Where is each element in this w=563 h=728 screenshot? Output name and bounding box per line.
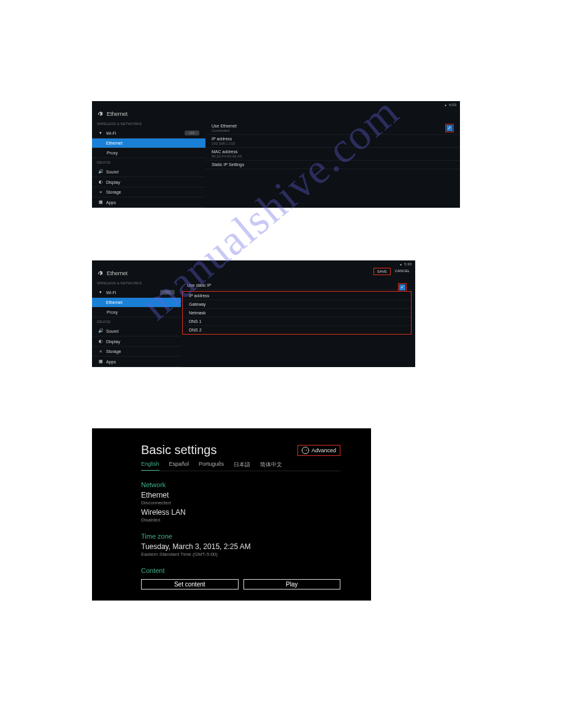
row-label: IP address xyxy=(212,137,454,141)
tab-espanol[interactable]: Español xyxy=(169,461,190,471)
wifi-toggle[interactable]: OFF xyxy=(160,290,175,295)
settings-panel-2: ▾ 5:30 SAVE CANCEL Ethernet WIRELESS & N… xyxy=(92,260,415,367)
row-label: DNS 1 xyxy=(189,319,405,324)
tab-chinese[interactable]: 简体中文 xyxy=(260,461,282,471)
row-label: Netmask xyxy=(189,311,405,315)
sidebar-item-display[interactable]: ◐Display xyxy=(92,336,181,347)
sidebar-label: Display xyxy=(106,180,120,184)
row-label: IP address xyxy=(189,294,405,298)
static-ip-row[interactable]: Static IP Settings xyxy=(205,161,460,169)
page-title: Ethernet xyxy=(107,270,128,276)
sidebar-label: Proxy xyxy=(107,151,118,155)
storage-icon: ≡ xyxy=(98,190,103,194)
save-button[interactable]: SAVE xyxy=(373,268,391,275)
tab-english[interactable]: English xyxy=(141,461,159,471)
mac-address-row: MAC address 00:22:F4:00:02:A5 xyxy=(205,148,460,161)
advanced-label: Advanced xyxy=(312,447,336,453)
set-content-button[interactable]: Set content xyxy=(141,579,239,590)
wifi-toggle[interactable]: OFF xyxy=(185,131,199,135)
ip-address-field[interactable]: IP address xyxy=(183,292,411,300)
main-content: ✓ Use Ethernet Connected IP address 192.… xyxy=(205,119,460,208)
use-static-ip-row[interactable]: ✓ Use static IP xyxy=(181,281,413,290)
storage-icon: ≡ xyxy=(98,349,103,354)
sidebar-section-wireless: WIRELESS & NETWORKS xyxy=(92,279,181,287)
brightness-icon: ◐ xyxy=(98,339,103,344)
timezone-section-header: Time zone xyxy=(141,533,340,540)
sidebar-item-ethernet[interactable]: Ethernet xyxy=(92,138,205,148)
entry-status: Disconnected xyxy=(141,500,340,506)
sidebar-label: Display xyxy=(106,339,120,344)
cancel-button[interactable]: CANCEL xyxy=(392,268,413,275)
wlan-entry[interactable]: Wireless LAN Disabled xyxy=(141,508,340,523)
gear-icon xyxy=(96,110,103,118)
gateway-field[interactable]: Gateway xyxy=(183,300,411,309)
network-section-header: Network xyxy=(141,481,340,488)
sidebar-label: Apps xyxy=(106,360,116,364)
ethernet-entry[interactable]: Ethernet Disconnected xyxy=(141,491,340,506)
sidebar-item-wifi[interactable]: ▾ Wi-Fi OFF xyxy=(92,128,205,138)
status-bar: ▾ 6:53 xyxy=(92,101,460,108)
sidebar-item-ethernet[interactable]: Ethernet xyxy=(92,298,181,308)
tab-portugues[interactable]: Português xyxy=(199,461,224,471)
wifi-status-icon: ▾ xyxy=(400,262,402,267)
save-cancel-bar: SAVE CANCEL xyxy=(373,268,413,275)
brightness-icon: ◐ xyxy=(98,180,103,184)
basic-settings-panel: Basic settings → Advanced English Españo… xyxy=(92,428,371,601)
entry-status: Eastern Standard Time (GMT-5:00) xyxy=(141,552,340,557)
sidebar-item-apps[interactable]: ▦Apps xyxy=(92,197,205,208)
sidebar-label: Apps xyxy=(106,200,116,205)
wifi-icon: ▾ xyxy=(98,290,103,295)
play-button[interactable]: Play xyxy=(243,579,341,590)
advanced-button[interactable]: → Advanced xyxy=(297,445,340,456)
row-label: Use Ethernet xyxy=(212,124,454,128)
row-sublabel: 00:22:F4:00:02:A5 xyxy=(212,154,454,158)
clock: 6:53 xyxy=(449,103,456,107)
page-title: Basic settings → Advanced xyxy=(141,443,340,457)
sidebar-label: Storage xyxy=(106,349,121,354)
sidebar-item-sound[interactable]: 🔊Sound xyxy=(92,167,205,177)
datetime-entry[interactable]: Tuesday, March 3, 2015, 2:25 AM Eastern … xyxy=(141,542,340,557)
sidebar-label: Ethernet xyxy=(106,300,122,305)
title-bar: Ethernet xyxy=(92,268,415,279)
main-content: ✓ Use static IP IP address Gateway Netma… xyxy=(181,279,415,367)
sidebar-item-storage[interactable]: ≡Storage xyxy=(92,347,181,357)
sidebar-label: Wi-Fi xyxy=(106,131,116,135)
row-sublabel: 192.168.1.215 xyxy=(212,142,454,145)
row-label: Static IP Settings xyxy=(212,162,454,167)
row-label: Gateway xyxy=(189,302,405,306)
sidebar-item-wifi[interactable]: ▾ Wi-Fi OFF xyxy=(92,287,181,298)
speaker-icon: 🔊 xyxy=(98,169,103,174)
content-buttons: Set content Play xyxy=(141,579,340,590)
static-ip-fields-highlight: IP address Gateway Netmask DNS 1 DNS 2 xyxy=(182,291,412,335)
clock: 5:30 xyxy=(404,262,412,266)
sidebar-item-sound[interactable]: 🔊Sound xyxy=(92,326,181,336)
entry-status: Disabled xyxy=(141,517,340,523)
entry-label: Tuesday, March 3, 2015, 2:25 AM xyxy=(141,542,340,551)
status-bar: ▾ 5:30 xyxy=(92,260,415,268)
sidebar-section-device: DEVICE xyxy=(92,317,181,326)
ip-address-row: IP address 192.168.1.215 xyxy=(205,135,460,148)
tab-japanese[interactable]: 日本語 xyxy=(234,461,250,471)
sidebar-label: Wi-Fi xyxy=(106,290,116,295)
title-bar: Ethernet xyxy=(92,108,460,119)
row-sublabel: Connected xyxy=(212,129,454,132)
checkbox-checked-icon[interactable]: ✓ xyxy=(399,284,405,290)
dns1-field[interactable]: DNS 1 xyxy=(183,317,411,326)
sidebar-item-display[interactable]: ◐Display xyxy=(92,177,205,188)
apps-icon: ▦ xyxy=(98,200,103,205)
sidebar-item-storage[interactable]: ≡Storage xyxy=(92,188,205,197)
settings-panel-1: ▾ 6:53 Ethernet WIRELESS & NETWORKS ▾ Wi… xyxy=(92,101,460,208)
sidebar-section-wireless: WIRELESS & NETWORKS xyxy=(92,119,205,128)
checkbox-checked-icon[interactable]: ✓ xyxy=(446,125,453,131)
wifi-icon: ▾ xyxy=(98,131,103,135)
page-title: Ethernet xyxy=(107,111,128,117)
netmask-field[interactable]: Netmask xyxy=(183,309,411,317)
sidebar-item-proxy[interactable]: Proxy xyxy=(92,308,181,317)
sidebar-item-proxy[interactable]: Proxy xyxy=(92,148,205,158)
row-label: Use static IP xyxy=(187,283,407,287)
sidebar-item-apps[interactable]: ▦Apps xyxy=(92,357,181,367)
language-tabs: English Español Português 日本語 简体中文 xyxy=(141,461,340,471)
sidebar-label: Storage xyxy=(106,190,121,194)
use-ethernet-row[interactable]: ✓ Use Ethernet Connected xyxy=(205,122,460,135)
dns2-field[interactable]: DNS 2 xyxy=(183,326,411,334)
